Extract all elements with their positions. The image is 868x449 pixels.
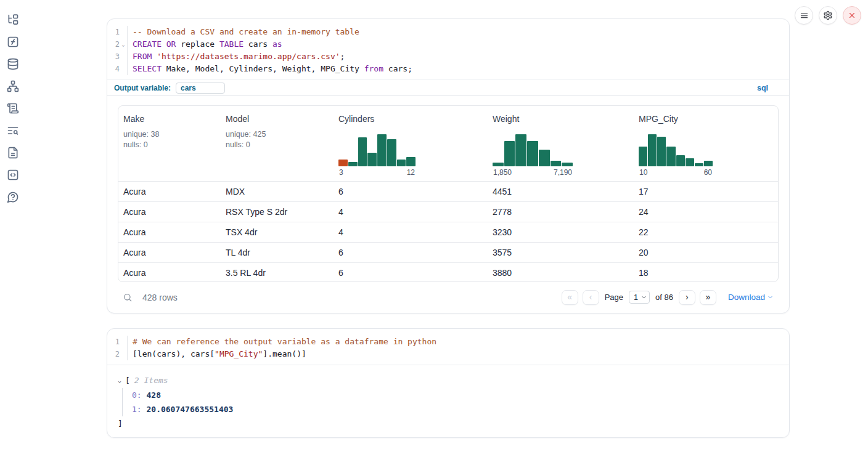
code-line[interactable]: 1-- Download a CSV and create an in-memo… [107, 26, 789, 38]
sidebar-item-snippets[interactable] [7, 169, 19, 181]
fold-spacer [120, 348, 127, 360]
items-count-label: 2 Items [134, 376, 168, 385]
output-variable-input[interactable] [176, 83, 225, 94]
sidebar-item-logs[interactable] [7, 102, 19, 115]
table-row[interactable]: AcuraTSX 4dr4323022 [118, 222, 778, 242]
sidebar-item-dependency-graph[interactable] [7, 80, 19, 92]
column-histogram: 312 [338, 133, 416, 177]
table-cell: 4 [334, 207, 488, 217]
column-header[interactable]: Cylinders312 [334, 106, 488, 181]
fold-spacer [120, 51, 127, 63]
code-line[interactable]: 2[len(cars), cars["MPG_City"].mean()] [107, 348, 789, 360]
next-page-button[interactable]: › [679, 290, 695, 305]
python-cell: 1# We can reference the output variable … [107, 328, 790, 438]
axis-max-label: 12 [407, 168, 415, 177]
search-icon[interactable] [123, 293, 133, 302]
table-cell: 3575 [488, 248, 634, 257]
table-cell: 6 [334, 268, 488, 278]
axis-min-label: 3 [339, 168, 343, 177]
download-button[interactable]: Download [728, 293, 773, 302]
histogram-bar[interactable] [562, 163, 573, 166]
histogram-bar[interactable] [348, 162, 358, 166]
fold-spacer [120, 336, 127, 348]
shutdown-button[interactable] [843, 6, 861, 25]
column-header[interactable]: Makeunique: 38nulls: 0 [118, 106, 221, 181]
histogram-bar[interactable] [551, 161, 562, 166]
histogram-bar[interactable] [504, 141, 515, 166]
table-cell: Acura [118, 268, 221, 278]
settings-button[interactable] [819, 6, 837, 25]
page-total-label: of 86 [655, 293, 673, 302]
table-cell: 6 [334, 187, 488, 196]
histogram-bar[interactable] [358, 137, 367, 166]
item-value: 428 [142, 390, 161, 400]
sidebar-item-functions[interactable] [7, 36, 19, 48]
histogram-bar[interactable] [367, 153, 377, 166]
histogram-bar[interactable] [338, 160, 348, 166]
help-bubble-icon [7, 191, 19, 203]
table-cell: 4451 [488, 187, 634, 196]
last-page-button[interactable]: » [700, 290, 716, 305]
histogram-bar[interactable] [406, 157, 416, 166]
fold-chevron-icon[interactable]: ⌄ [120, 38, 127, 51]
histogram-bar[interactable] [639, 147, 647, 166]
histogram-bar[interactable] [704, 161, 713, 166]
sidebar-item-trace-search[interactable] [7, 124, 19, 137]
code-line[interactable]: 1# We can reference the output variable … [107, 336, 789, 348]
column-stats: unique: 425nulls: 0 [226, 129, 329, 150]
column-header[interactable]: Weight1,8507,190 [488, 106, 634, 181]
column-header[interactable]: MPG_City1060 [634, 106, 778, 181]
histogram-bar[interactable] [377, 134, 387, 166]
histogram-bar[interactable] [493, 163, 504, 166]
table-cell: 2778 [488, 207, 634, 217]
histogram-bar[interactable] [515, 134, 526, 166]
sidebar-item-file-tree[interactable] [7, 14, 19, 26]
page-select[interactable]: 1 [629, 291, 650, 304]
table-footer: 428 rows « ‹ Page 1 of 86 › » Download [107, 282, 789, 312]
table-cell: 18 [634, 268, 778, 278]
table-row[interactable]: AcuraMDX6445117 [118, 181, 778, 201]
histogram-bar[interactable] [695, 163, 703, 166]
item-index: 0: [132, 390, 142, 400]
menu-button[interactable] [795, 6, 813, 25]
sidebar-item-datasources[interactable] [7, 58, 19, 70]
table-body: AcuraMDX6445117AcuraRSX Type S 2dr427782… [118, 181, 778, 282]
axis-min-label: 1,850 [493, 168, 512, 177]
column-histogram: 1060 [639, 133, 713, 177]
sql-code-editor[interactable]: 1-- Download a CSV and create an in-memo… [107, 19, 789, 79]
code-line[interactable]: 3FROM 'https://datasets.marimo.app/cars.… [107, 51, 789, 63]
sidebar-item-documentation[interactable] [7, 147, 19, 159]
histogram-bar[interactable] [657, 137, 666, 166]
python-code-editor[interactable]: 1# We can reference the output variable … [107, 329, 789, 365]
table-row[interactable]: AcuraRSX Type S 2dr4277824 [118, 201, 778, 222]
table-cell: TSX 4dr [221, 227, 334, 237]
code-line[interactable]: 2⌄CREATE OR replace TABLE cars as [107, 38, 789, 51]
column-name: Cylinders [338, 113, 483, 124]
histogram-bar[interactable] [397, 160, 406, 166]
histogram-bar[interactable] [686, 158, 694, 166]
function-square-icon [7, 36, 19, 48]
collapse-chevron-icon[interactable]: ⌄ [118, 377, 125, 384]
column-name: Model [226, 113, 329, 124]
table-cell: 3230 [488, 227, 634, 237]
histogram-bar[interactable] [676, 155, 685, 166]
table-cell: 24 [634, 207, 778, 217]
row-count: 428 rows [142, 293, 178, 302]
code-line[interactable]: 4SELECT Make, Model, Cylinders, Weight, … [107, 63, 789, 75]
histogram-bar[interactable] [527, 141, 538, 166]
table-cell: Acura [118, 227, 221, 237]
table-row[interactable]: Acura3.5 RL 4dr6388018 [118, 262, 778, 282]
table-row[interactable]: AcuraTL 4dr6357520 [118, 242, 778, 262]
first-page-button[interactable]: « [562, 290, 578, 305]
table-cell: 3.5 RL 4dr [221, 268, 334, 278]
column-header[interactable]: Modelunique: 425nulls: 0 [221, 106, 334, 181]
prev-page-button[interactable]: ‹ [583, 290, 599, 305]
chevron-down-icon [768, 294, 773, 300]
cell-output: ⌄ [ 2 Items 0: 4281: 20.060747663551403 … [107, 365, 789, 429]
histogram-bar[interactable] [648, 134, 657, 166]
sidebar-item-help[interactable] [7, 191, 19, 203]
histogram-bar[interactable] [387, 139, 396, 166]
histogram-bar[interactable] [666, 147, 675, 166]
histogram-bar[interactable] [539, 150, 550, 166]
line-number: 1 [107, 26, 120, 38]
